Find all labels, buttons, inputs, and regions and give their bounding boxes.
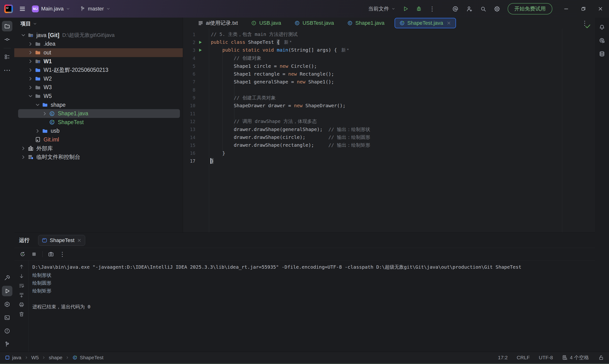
inspection-ok-check-icon[interactable]	[584, 23, 591, 29]
breadcrumb-java[interactable]: java	[5, 355, 21, 360]
console-more-kebab-icon[interactable]: ⋮	[59, 251, 66, 257]
module-sq-icon	[5, 355, 10, 360]
chevron-down-icon[interactable]	[20, 32, 26, 38]
close-icon[interactable]	[447, 21, 451, 26]
close-icon[interactable]	[77, 238, 82, 243]
code-token: // 输出：绘制形状	[328, 127, 370, 132]
code-token	[211, 47, 222, 53]
run-config-selector[interactable]: 当前文件	[368, 5, 395, 12]
screenshot-camera-icon[interactable]	[48, 251, 54, 257]
caret-position[interactable]: 17:2	[498, 355, 508, 360]
breadcrumb-shape[interactable]: shape	[49, 355, 62, 360]
settings-gear-icon[interactable]	[494, 5, 501, 12]
tool-project-button[interactable]	[2, 21, 12, 31]
editor-tab-USBTest.java[interactable]: CUSBTest.java	[288, 18, 340, 28]
file-iml-icon	[35, 136, 41, 143]
clear-all-trash-icon[interactable]	[19, 311, 25, 317]
tool-git-button[interactable]	[2, 339, 12, 350]
gutter-run-button[interactable]	[195, 48, 205, 52]
tool-commit-button[interactable]	[2, 34, 12, 45]
tree-row-java[interactable]: java[Git]D:\超级无敌git\Git\java	[14, 31, 183, 40]
tool-build-button[interactable]	[2, 273, 12, 283]
code-text: // 创建工具类对象	[205, 95, 276, 101]
scroll-to-end-icon[interactable]	[19, 292, 25, 298]
debug-button[interactable]	[416, 6, 422, 12]
tool-services-button[interactable]	[2, 299, 12, 310]
code-editor[interactable]: 1// 5. 主类，包含 main 方法进行测试2public class Sh…	[183, 28, 595, 233]
tree-row-W3[interactable]: W3	[14, 83, 183, 92]
project-panel-header[interactable]: 项目	[14, 18, 183, 30]
lock-open-icon[interactable]	[598, 354, 604, 361]
chevron-right-icon[interactable]	[27, 58, 33, 64]
start-free-trial-button[interactable]: 开始免费试用	[508, 3, 552, 14]
editor-tab-Shape1.java[interactable]: CShape1.java	[340, 18, 391, 28]
tree-row-外部库[interactable]: 外部库	[14, 144, 183, 153]
chevron-right-icon[interactable]	[20, 154, 26, 160]
chevron-right-icon[interactable]	[27, 85, 33, 90]
tool-terminal-button[interactable]	[2, 312, 12, 323]
run-button[interactable]	[402, 6, 409, 12]
print-icon[interactable]	[19, 302, 25, 308]
soft-wrap-icon[interactable]	[19, 283, 25, 289]
rerun-button[interactable]	[20, 251, 26, 257]
more-run-actions-button[interactable]: ⋮	[429, 6, 435, 12]
main-menu-hamburger-icon[interactable]	[19, 5, 26, 12]
tree-row-Shape1.java[interactable]: CShape1.java	[18, 109, 180, 118]
editor-tab-ShapeTest.java[interactable]: CShapeTest.java	[394, 18, 456, 28]
notifications-button[interactable]	[597, 22, 607, 32]
tree-row-W1[interactable]: W1	[14, 57, 183, 66]
chevron-down-icon[interactable]	[27, 93, 33, 99]
ai-assistant-icon[interactable]	[452, 5, 459, 12]
tree-row-Git.iml[interactable]: Git.iml	[14, 135, 183, 144]
arrow-down-icon[interactable]	[19, 273, 25, 279]
tool-problems-button[interactable]	[2, 326, 12, 336]
tree-row-W2[interactable]: W2	[14, 74, 183, 83]
window-minimize-button[interactable]	[563, 6, 569, 12]
console-output[interactable]: D:\Java\bin\java.exe "-javaagent:D:\IDEA…	[29, 260, 521, 352]
window-restore-button[interactable]	[581, 6, 586, 12]
code-token: main	[277, 47, 288, 53]
tree-row-ShapeTest[interactable]: CShapeTest	[14, 118, 183, 127]
chevron-right-icon[interactable]	[27, 76, 33, 81]
arrow-up-icon[interactable]	[19, 264, 25, 270]
line-number: 8	[183, 87, 195, 92]
tree-row-out[interactable]: out	[14, 48, 183, 57]
tool-run-button[interactable]	[2, 286, 12, 296]
window-close-button[interactable]	[597, 6, 603, 12]
indent-setting[interactable]: 4 个空格	[562, 354, 589, 361]
run-tab-shapetest[interactable]: ShapeTest	[38, 235, 85, 246]
project-selector[interactable]: MJ Main.java	[32, 5, 70, 12]
breadcrumb-W5[interactable]: W5	[31, 355, 39, 360]
line-ending[interactable]: CRLF	[517, 355, 530, 360]
tree-row-W5[interactable]: W5	[14, 92, 183, 101]
search-everywhere-icon[interactable]	[480, 6, 487, 12]
stop-button[interactable]	[31, 251, 37, 257]
chevron-right-icon[interactable]	[27, 67, 33, 73]
chevron-right-icon[interactable]	[35, 128, 41, 134]
chevron-right-icon[interactable]	[27, 41, 33, 47]
tree-row-.idea[interactable]: .idea	[14, 40, 183, 49]
tool-structure-button[interactable]	[2, 52, 12, 62]
chevron-right-icon[interactable]	[42, 111, 48, 117]
branch-selector[interactable]: master	[80, 6, 110, 12]
editor-tab-USB.java[interactable]: IUSB.java	[244, 18, 288, 28]
chevron-down-icon[interactable]	[35, 102, 41, 108]
branch-label: master	[88, 6, 104, 12]
file-encoding[interactable]: UTF-8	[539, 355, 553, 360]
breadcrumb-separator-icon	[25, 356, 28, 360]
chevron-right-icon[interactable]	[20, 145, 26, 151]
more-tools-button[interactable]: ⋯	[2, 65, 12, 75]
breadcrumb-ShapeTest[interactable]: CShapeTest	[72, 355, 103, 360]
code-token: new	[294, 103, 302, 108]
ai-chat-button[interactable]	[597, 35, 607, 46]
left-activity-bar: ⋯	[0, 18, 14, 352]
chevron-right-icon[interactable]	[27, 50, 33, 55]
tree-row-W1-赵盈辉-202506050213[interactable]: W1-赵盈辉-202506050213	[14, 66, 183, 74]
gutter-run-button[interactable]	[195, 40, 205, 45]
tree-row-临时文件和控制台[interactable]: 临时文件和控制台	[14, 153, 183, 161]
tree-row-shape[interactable]: shape	[14, 101, 183, 109]
editor-tab-ai使用记录.txt[interactable]: ai使用记录.txt	[191, 18, 244, 28]
database-button[interactable]	[597, 49, 607, 59]
code-with-me-icon[interactable]	[466, 5, 473, 12]
tree-row-usb[interactable]: usb	[14, 127, 183, 136]
